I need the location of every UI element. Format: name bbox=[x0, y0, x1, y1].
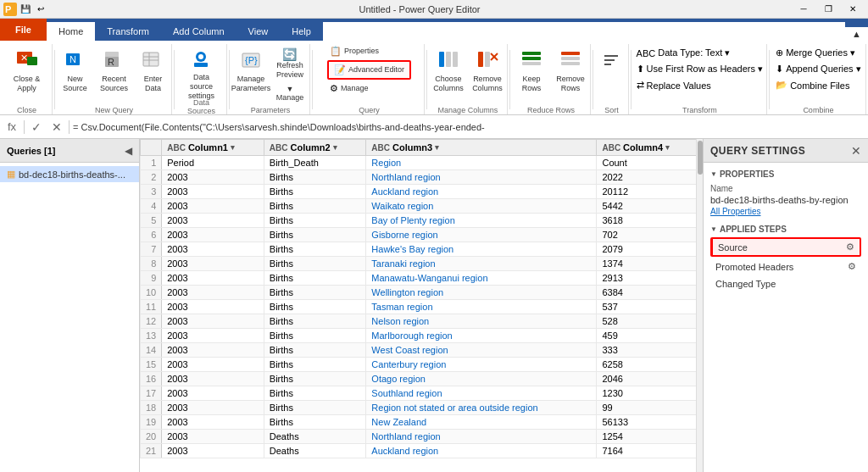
region-cell[interactable]: Marlborough region bbox=[366, 329, 597, 343]
data-cell[interactable]: 528 bbox=[597, 314, 696, 329]
settings-close-button[interactable]: ✕ bbox=[851, 144, 861, 158]
data-cell[interactable]: 2003 bbox=[162, 300, 264, 314]
tab-home[interactable]: Home bbox=[47, 19, 95, 41]
combine-files-button[interactable]: 📂 Combine Files bbox=[771, 78, 865, 92]
region-cell[interactable]: Manawatu-Wanganui region bbox=[366, 271, 597, 286]
data-cell[interactable]: 2003 bbox=[162, 430, 264, 444]
enter-data-button[interactable]: EnterData bbox=[134, 44, 171, 97]
data-cell[interactable]: Births bbox=[264, 415, 366, 430]
scrollbar-thumb[interactable] bbox=[698, 141, 703, 175]
data-cell[interactable]: Births bbox=[264, 257, 366, 271]
use-first-row-button[interactable]: ⬆ Use First Row as Headers ▾ bbox=[632, 62, 767, 76]
data-cell[interactable]: 2003 bbox=[162, 372, 264, 386]
data-cell[interactable]: 7164 bbox=[597, 444, 696, 458]
data-cell[interactable]: 2003 bbox=[162, 271, 264, 286]
query-item[interactable]: ▦ bd-dec18-births-deaths-... bbox=[0, 166, 139, 182]
close-apply-button[interactable]: ✕ Close &Apply bbox=[8, 44, 46, 97]
data-cell[interactable]: 2003 bbox=[162, 286, 264, 300]
col2-dropdown[interactable]: ▾ bbox=[333, 143, 337, 152]
data-cell[interactable]: 2003 bbox=[162, 329, 264, 343]
data-cell[interactable]: 20112 bbox=[597, 185, 696, 199]
data-cell[interactable]: Births bbox=[264, 314, 366, 329]
data-cell[interactable]: 537 bbox=[597, 300, 696, 314]
sort-button[interactable] bbox=[598, 44, 625, 97]
col-header-2[interactable]: ABC Column2 ▾ bbox=[264, 140, 366, 156]
data-cell[interactable]: 2003 bbox=[162, 415, 264, 430]
data-cell[interactable]: 2046 bbox=[597, 372, 696, 386]
remove-columns-button[interactable]: RemoveColumns bbox=[469, 44, 506, 97]
append-queries-button[interactable]: ⬇ Append Queries ▾ bbox=[771, 62, 865, 76]
col-header-4[interactable]: ABC Column4 ▾ bbox=[597, 140, 696, 156]
keep-rows-button[interactable]: KeepRows bbox=[513, 44, 550, 97]
data-source-settings-button[interactable]: Data sourcesettings bbox=[182, 44, 220, 97]
region-cell[interactable]: Waikato region bbox=[366, 199, 597, 214]
region-cell[interactable]: New Zealand bbox=[366, 415, 597, 430]
region-cell[interactable]: Wellington region bbox=[366, 286, 597, 300]
data-cell[interactable]: Births bbox=[264, 372, 366, 386]
data-cell[interactable]: 2913 bbox=[597, 271, 696, 286]
data-cell[interactable]: 2003 bbox=[162, 170, 264, 185]
tab-add-column[interactable]: Add Column bbox=[161, 22, 236, 41]
col-header-3[interactable]: ABC Column3 ▾ bbox=[366, 140, 597, 156]
data-cell[interactable]: 5442 bbox=[597, 199, 696, 214]
region-cell[interactable]: Region not stated or area outside region bbox=[366, 401, 597, 415]
region-cell[interactable]: Region bbox=[366, 156, 597, 170]
data-cell[interactable]: 2003 bbox=[162, 314, 264, 329]
tab-view[interactable]: View bbox=[236, 22, 281, 41]
data-cell[interactable]: 333 bbox=[597, 343, 696, 358]
data-cell[interactable]: Births bbox=[264, 343, 366, 358]
col1-dropdown[interactable]: ▾ bbox=[231, 143, 235, 152]
close-button[interactable]: ✕ bbox=[841, 1, 865, 18]
region-cell[interactable]: Hawke's Bay region bbox=[366, 242, 597, 257]
data-cell[interactable]: Births bbox=[264, 358, 366, 372]
manage-button[interactable]: ▼ Manage bbox=[271, 83, 309, 105]
data-cell[interactable]: Births bbox=[264, 401, 366, 415]
data-cell[interactable]: 2003 bbox=[162, 214, 264, 228]
region-cell[interactable]: Canterbury region bbox=[366, 358, 597, 372]
formula-check-button[interactable]: ✓ bbox=[28, 120, 45, 134]
data-cell[interactable]: 99 bbox=[597, 401, 696, 415]
save-icon[interactable]: 💾 bbox=[19, 3, 32, 16]
data-cell[interactable]: Births bbox=[264, 228, 366, 242]
vertical-scrollbar[interactable] bbox=[696, 139, 703, 472]
data-cell[interactable]: 459 bbox=[597, 329, 696, 343]
region-cell[interactable]: West Coast region bbox=[366, 343, 597, 358]
data-cell[interactable]: Count bbox=[597, 156, 696, 170]
data-cell[interactable]: 2022 bbox=[597, 170, 696, 185]
advanced-editor-button[interactable]: 📝 Advanced Editor bbox=[327, 60, 411, 80]
data-cell[interactable]: 2003 bbox=[162, 199, 264, 214]
region-cell[interactable]: Taranaki region bbox=[366, 257, 597, 271]
data-cell[interactable]: Deaths bbox=[264, 430, 366, 444]
minimize-button[interactable]: ─ bbox=[792, 1, 815, 18]
data-cell[interactable]: 2003 bbox=[162, 228, 264, 242]
window-controls[interactable]: ─ ❐ ✕ bbox=[792, 1, 865, 18]
data-cell[interactable]: 2003 bbox=[162, 185, 264, 199]
formula-text[interactable]: = Csv.Document(File.Contents("C:\Users\s… bbox=[73, 122, 865, 132]
data-cell[interactable]: 2003 bbox=[162, 257, 264, 271]
tab-help[interactable]: Help bbox=[280, 22, 323, 41]
data-cell[interactable]: 6384 bbox=[597, 286, 696, 300]
tab-file[interactable]: File bbox=[0, 19, 47, 41]
col4-dropdown[interactable]: ▾ bbox=[665, 143, 670, 152]
col3-dropdown[interactable]: ▾ bbox=[435, 143, 439, 152]
data-cell[interactable]: Births bbox=[264, 242, 366, 257]
data-cell[interactable]: 2003 bbox=[162, 343, 264, 358]
replace-values-button[interactable]: ⇄ Replace Values bbox=[632, 78, 767, 92]
step-item-source[interactable]: Source⚙ bbox=[710, 237, 861, 257]
queries-collapse-button[interactable]: ◀ bbox=[125, 145, 132, 157]
data-cell[interactable]: 1230 bbox=[597, 386, 696, 401]
data-cell[interactable]: 6258 bbox=[597, 358, 696, 372]
data-cell[interactable]: Births bbox=[264, 286, 366, 300]
choose-columns-button[interactable]: ChooseColumns bbox=[430, 44, 467, 97]
data-type-button[interactable]: ABC Data Type: Text ▾ bbox=[632, 46, 767, 60]
remove-rows-button[interactable]: RemoveRows bbox=[552, 44, 589, 97]
data-cell[interactable]: 2003 bbox=[162, 386, 264, 401]
data-cell[interactable]: 1374 bbox=[597, 257, 696, 271]
data-cell[interactable]: 3618 bbox=[597, 214, 696, 228]
properties-button[interactable]: 📋 Properties bbox=[327, 44, 411, 58]
region-cell[interactable]: Auckland region bbox=[366, 444, 597, 458]
restore-button[interactable]: ❐ bbox=[816, 1, 840, 18]
data-cell[interactable]: Births bbox=[264, 300, 366, 314]
region-cell[interactable]: Nelson region bbox=[366, 314, 597, 329]
step-gear-icon[interactable]: ⚙ bbox=[846, 242, 854, 253]
